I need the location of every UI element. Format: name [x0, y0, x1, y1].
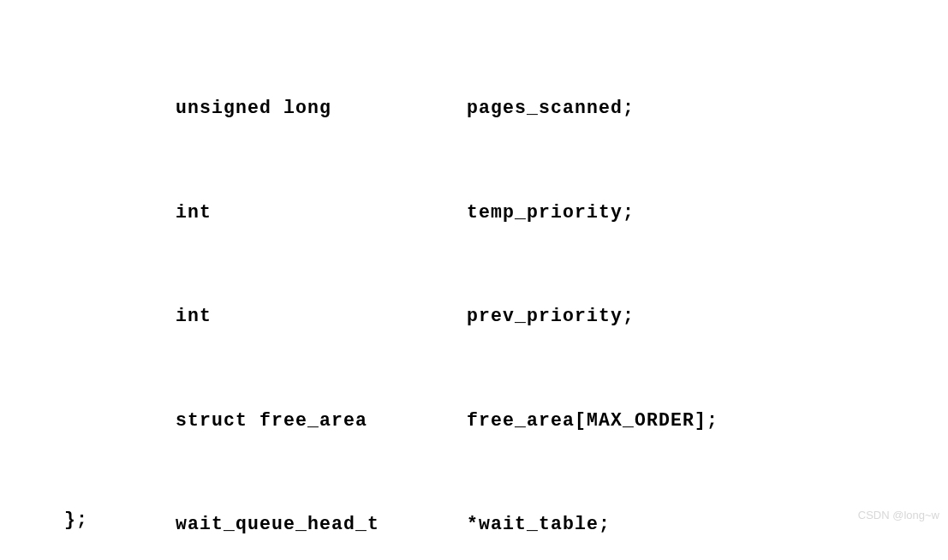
code-line: struct free_areafree_area[MAX_ORDER];	[176, 403, 718, 438]
code-line: unsigned longpages_scanned;	[176, 91, 718, 126]
member-name: *wait_table;	[467, 507, 611, 542]
type-decl: struct free_area	[176, 403, 467, 438]
member-name: temp_priority;	[467, 195, 635, 230]
code-line: wait_queue_head_t*wait_table;	[176, 507, 718, 542]
member-name: pages_scanned;	[467, 91, 635, 126]
struct-close-brace: };	[64, 509, 88, 530]
code-line: intprev_priority;	[176, 299, 718, 334]
member-name: prev_priority;	[467, 299, 635, 334]
type-decl: int	[176, 195, 467, 230]
member-name: free_area[MAX_ORDER];	[467, 403, 718, 438]
type-decl: unsigned long	[176, 91, 467, 126]
code-listing: unsigned longpages_scanned; inttemp_prio…	[176, 21, 718, 560]
type-decl: wait_queue_head_t	[176, 507, 467, 542]
watermark-text: CSDN @long~w	[858, 509, 939, 521]
code-line: inttemp_priority;	[176, 195, 718, 230]
type-decl: int	[176, 299, 467, 334]
